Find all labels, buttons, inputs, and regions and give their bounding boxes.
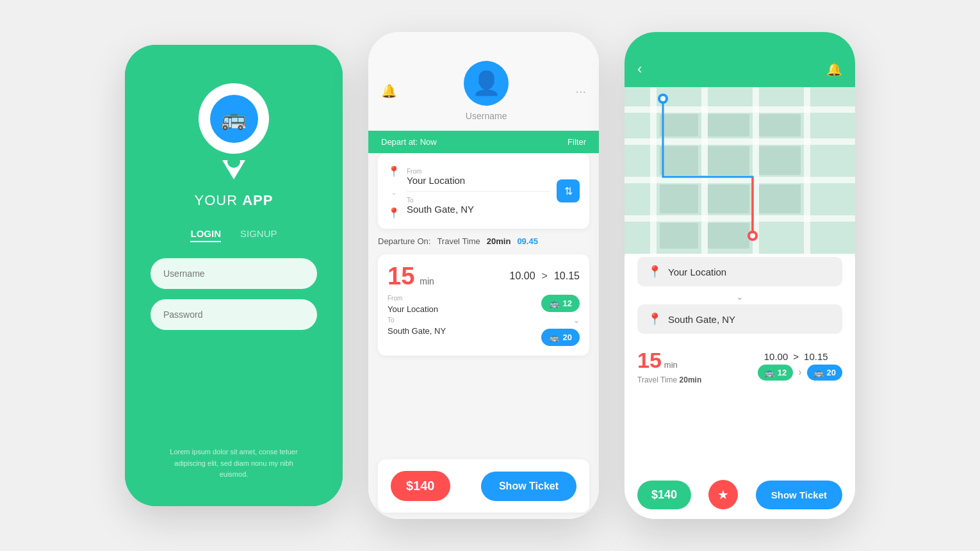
filter-label[interactable]: Filter <box>568 137 586 147</box>
phone-login: 🚌 YOUR APP LOGIN SIGNUP Lorem ipsum dolo… <box>125 45 343 506</box>
depart-label: Depart at: Now <box>381 137 437 147</box>
tab-signup[interactable]: SIGNUP <box>240 228 277 242</box>
from-label: From <box>407 168 550 175</box>
svg-rect-15 <box>660 185 698 213</box>
map-time-to: 10.15 <box>804 351 828 362</box>
password-input[interactable] <box>151 299 317 330</box>
travel-time-value: 20min <box>487 236 511 246</box>
username-input[interactable] <box>151 258 317 289</box>
app-title-normal: YOUR <box>195 192 243 208</box>
time-from: 10.00 <box>510 270 535 282</box>
map-to-card: 📍 South Gate, NY <box>637 304 842 334</box>
map-travel-time-label: Travel Time <box>637 375 677 384</box>
app-title-bold: APP <box>242 192 273 208</box>
svg-point-21 <box>660 96 666 101</box>
from-field: From Your Location <box>407 168 550 186</box>
map-price-badge: $140 <box>637 481 691 509</box>
time-arrow-icon: > <box>542 270 548 282</box>
bell-icon-left[interactable]: 🔔 <box>381 83 397 99</box>
travel-time-label: Travel Time <box>437 236 480 246</box>
notch-2 <box>445 32 522 50</box>
to-label: To <box>407 197 550 204</box>
map-area <box>625 87 855 254</box>
bus-icon-2: 🚌 <box>549 333 559 342</box>
departure-on-label: Departure On: <box>378 236 430 246</box>
swap-button[interactable]: ⇅ <box>557 179 580 202</box>
time-range: 10.00 > 10.15 <box>510 270 580 282</box>
tab-login[interactable]: LOGIN <box>190 228 221 242</box>
field-divider <box>407 191 550 192</box>
svg-rect-17 <box>759 185 801 213</box>
map-time-section: 10.00 > 10.15 🚌 12 › 🚌 20 <box>758 351 842 381</box>
from-value: Your Location <box>407 175 550 186</box>
svg-rect-10 <box>708 114 749 136</box>
time-to: 10.15 <box>554 270 580 282</box>
svg-rect-5 <box>650 87 657 254</box>
svg-rect-6 <box>701 87 708 254</box>
price-badge: $140 <box>391 471 450 501</box>
trip-info-row: Departure On: Travel Time 20min 09.45 <box>368 229 599 251</box>
map-show-ticket-button[interactable]: Show Ticket <box>756 481 842 509</box>
swap-chevron-icon: ⌄ <box>391 188 397 197</box>
logo-circle: 🚌 <box>199 83 269 154</box>
trip-details: From Your Location To South Gate, NY 🚌 1… <box>388 295 580 346</box>
route-fields: From Your Location To South Gate, NY <box>407 168 550 215</box>
svg-rect-13 <box>708 146 749 175</box>
notch-3 <box>701 32 778 50</box>
user-profile-section: 👤 Username <box>397 61 575 121</box>
notch-1 <box>195 45 272 63</box>
map-travel-time-value: 20min <box>680 375 702 384</box>
departure-time: 09.45 <box>517 236 538 246</box>
map-from-value: Your Location <box>668 267 726 277</box>
svg-rect-12 <box>660 146 698 175</box>
svg-rect-2 <box>625 138 855 145</box>
route-screen: 🔔 👤 Username ··· Depart at: Now Filter 📍… <box>368 32 599 519</box>
svg-rect-18 <box>660 223 698 249</box>
bus-number-2: 20 <box>563 333 572 342</box>
username-label: Username <box>466 111 507 121</box>
map-from-pin-icon: 📍 <box>648 265 662 279</box>
map-bell-icon[interactable]: 🔔 <box>826 62 842 77</box>
user-person-icon: 👤 <box>472 70 501 97</box>
to-value: South Gate, NY <box>407 204 550 215</box>
svg-rect-9 <box>660 114 698 136</box>
map-travel-time: Travel Time 20min <box>637 375 701 384</box>
map-bus-badge-2: 🚌 20 <box>807 365 842 381</box>
to-field: To South Gate, NY <box>407 197 550 215</box>
bus-chevron-icon: ⌄ <box>573 316 580 325</box>
from-to-wrapper: 📍 ⌄ 📍 From Your Location To South Gate, … <box>388 163 580 219</box>
map-duration-unit: min <box>664 360 678 370</box>
map-bus-badges: 🚌 12 › 🚌 20 <box>758 365 842 381</box>
svg-rect-14 <box>759 146 801 175</box>
bus-badges: 🚌 12 ⌄ 🚌 20 <box>541 295 580 346</box>
user-avatar: 👤 <box>464 61 509 106</box>
map-bus-badge-1: 🚌 12 <box>758 365 793 381</box>
map-bus-icon-1: 🚌 <box>764 368 774 377</box>
more-options-icon[interactable]: ··· <box>575 84 586 99</box>
map-bus-icon-2: 🚌 <box>813 368 824 377</box>
trip-locations: From Your Location To South Gate, NY <box>388 295 446 336</box>
show-ticket-button[interactable]: Show Ticket <box>481 472 576 501</box>
duration-unit: min <box>420 276 434 286</box>
map-to-value: South Gate, NY <box>668 314 735 325</box>
bus-badge-1: 🚌 12 <box>541 295 580 312</box>
map-bus-number-1: 12 <box>778 368 787 377</box>
map-time-range: 10.00 > 10.15 <box>764 351 842 362</box>
login-tabs: LOGIN SIGNUP <box>190 228 277 242</box>
phone-route: 🔔 👤 Username ··· Depart at: Now Filter 📍… <box>368 32 599 519</box>
map-duration-number: 15 <box>637 348 662 373</box>
svg-rect-4 <box>625 215 855 222</box>
bus-badge-2: 🚌 20 <box>541 329 580 346</box>
map-from-card: 📍 Your Location <box>637 257 842 286</box>
svg-point-23 <box>750 233 755 238</box>
from-pin-icon: 📍 <box>388 165 400 177</box>
to-value2: South Gate, NY <box>388 326 446 336</box>
bus-icon-1: 🚌 <box>549 299 559 308</box>
from-value2: Your Location <box>388 304 446 314</box>
login-screen: 🚌 YOUR APP LOGIN SIGNUP Lorem ipsum dolo… <box>125 45 343 506</box>
favorite-button[interactable]: ★ <box>708 480 738 509</box>
map-time-from: 10.00 <box>764 351 788 362</box>
map-time-arrow: > <box>793 351 799 362</box>
back-button[interactable]: ‹ <box>637 61 642 78</box>
logo-container: 🚌 <box>192 83 275 179</box>
